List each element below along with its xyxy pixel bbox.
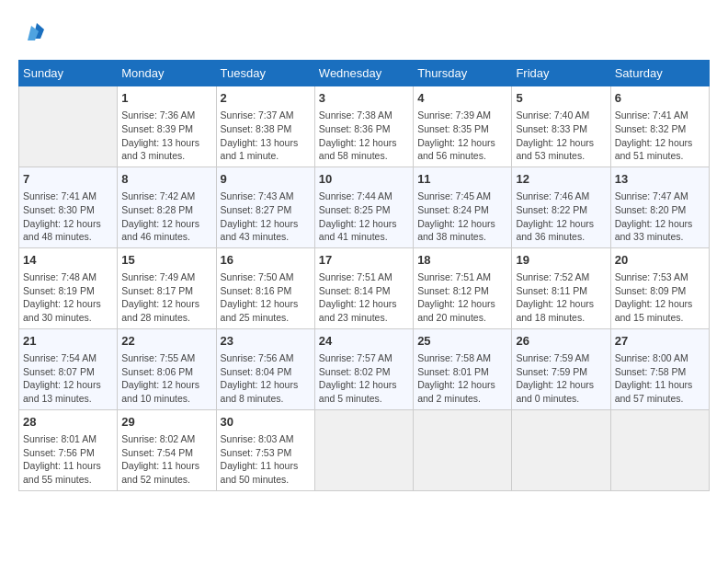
day-detail: Sunrise: 7:42 AMSunset: 8:28 PMDaylight:… xyxy=(121,190,211,244)
calendar-day-cell: 15 Sunrise: 7:49 AMSunset: 8:17 PMDaylig… xyxy=(118,247,216,328)
calendar-week-row: 1 Sunrise: 7:36 AMSunset: 8:39 PMDayligh… xyxy=(19,86,710,167)
calendar-day-cell: 22 Sunrise: 7:55 AMSunset: 8:06 PMDaylig… xyxy=(118,328,216,409)
calendar-day-cell: 7 Sunrise: 7:41 AMSunset: 8:30 PMDayligh… xyxy=(19,167,118,247)
day-number: 1 xyxy=(121,90,211,107)
day-detail: Sunrise: 7:38 AMSunset: 8:36 PMDaylight:… xyxy=(319,109,409,163)
day-number: 2 xyxy=(221,90,311,107)
calendar-day-cell: 21 Sunrise: 7:54 AMSunset: 8:07 PMDaylig… xyxy=(19,328,118,409)
calendar-day-cell: 6 Sunrise: 7:41 AMSunset: 8:32 PMDayligh… xyxy=(610,86,709,167)
weekday-header: Sunday xyxy=(19,61,118,86)
calendar-day-cell xyxy=(314,409,413,490)
day-detail: Sunrise: 7:47 AMSunset: 8:20 PMDaylight:… xyxy=(615,190,705,244)
calendar-week-row: 21 Sunrise: 7:54 AMSunset: 8:07 PMDaylig… xyxy=(19,328,710,409)
logo-icon xyxy=(18,18,46,46)
day-detail: Sunrise: 7:50 AMSunset: 8:16 PMDaylight:… xyxy=(221,270,311,325)
day-detail: Sunrise: 7:46 AMSunset: 8:22 PMDaylight:… xyxy=(516,190,606,244)
day-number: 13 xyxy=(615,171,705,188)
day-detail: Sunrise: 7:37 AMSunset: 8:38 PMDaylight:… xyxy=(221,109,311,163)
day-number: 24 xyxy=(319,333,409,350)
calendar-day-cell: 13 Sunrise: 7:47 AMSunset: 8:20 PMDaylig… xyxy=(610,167,709,247)
calendar-day-cell: 27 Sunrise: 8:00 AMSunset: 7:58 PMDaylig… xyxy=(610,328,709,409)
day-number: 6 xyxy=(615,90,705,107)
day-detail: Sunrise: 8:03 AMSunset: 7:53 PMDaylight:… xyxy=(221,432,311,487)
day-number: 5 xyxy=(516,90,606,107)
day-number: 21 xyxy=(23,333,113,350)
day-detail: Sunrise: 7:41 AMSunset: 8:32 PMDaylight:… xyxy=(615,109,705,163)
calendar-day-cell: 26 Sunrise: 7:59 AMSunset: 7:59 PMDaylig… xyxy=(512,328,610,409)
day-number: 4 xyxy=(417,90,507,107)
day-number: 8 xyxy=(121,171,211,188)
day-detail: Sunrise: 7:53 AMSunset: 8:09 PMDaylight:… xyxy=(615,270,705,325)
day-number: 10 xyxy=(319,171,409,188)
day-number: 11 xyxy=(417,171,507,188)
day-number: 17 xyxy=(319,252,409,269)
day-detail: Sunrise: 7:54 AMSunset: 8:07 PMDaylight:… xyxy=(23,351,113,406)
weekday-header: Tuesday xyxy=(216,61,314,86)
day-detail: Sunrise: 7:58 AMSunset: 8:01 PMDaylight:… xyxy=(417,351,507,406)
calendar-day-cell: 23 Sunrise: 7:56 AMSunset: 8:04 PMDaylig… xyxy=(216,328,314,409)
day-number: 20 xyxy=(615,252,705,269)
calendar-day-cell: 25 Sunrise: 7:58 AMSunset: 8:01 PMDaylig… xyxy=(414,328,512,409)
day-detail: Sunrise: 8:00 AMSunset: 7:58 PMDaylight:… xyxy=(615,351,705,406)
calendar-day-cell: 29 Sunrise: 8:02 AMSunset: 7:54 PMDaylig… xyxy=(118,409,216,490)
calendar-day-cell: 17 Sunrise: 7:51 AMSunset: 8:14 PMDaylig… xyxy=(314,247,413,328)
day-number: 27 xyxy=(615,333,705,350)
day-detail: Sunrise: 7:51 AMSunset: 8:12 PMDaylight:… xyxy=(417,270,507,325)
calendar-day-cell: 11 Sunrise: 7:45 AMSunset: 8:24 PMDaylig… xyxy=(414,167,512,247)
day-detail: Sunrise: 8:02 AMSunset: 7:54 PMDaylight:… xyxy=(121,432,211,487)
day-number: 7 xyxy=(23,171,113,188)
calendar-day-cell: 1 Sunrise: 7:36 AMSunset: 8:39 PMDayligh… xyxy=(118,86,216,167)
calendar-day-cell xyxy=(512,409,610,490)
day-number: 15 xyxy=(121,252,211,269)
calendar-week-row: 28 Sunrise: 8:01 AMSunset: 7:56 PMDaylig… xyxy=(19,409,710,490)
day-number: 22 xyxy=(121,333,211,350)
day-number: 23 xyxy=(221,333,311,350)
weekday-header: Wednesday xyxy=(314,61,413,86)
day-detail: Sunrise: 7:52 AMSunset: 8:11 PMDaylight:… xyxy=(516,270,606,325)
calendar-day-cell: 8 Sunrise: 7:42 AMSunset: 8:28 PMDayligh… xyxy=(118,167,216,247)
day-number: 9 xyxy=(221,171,311,188)
weekday-header: Friday xyxy=(512,61,610,86)
calendar-day-cell: 9 Sunrise: 7:43 AMSunset: 8:27 PMDayligh… xyxy=(216,167,314,247)
page-header xyxy=(18,18,710,46)
calendar-day-cell xyxy=(610,409,709,490)
day-detail: Sunrise: 7:45 AMSunset: 8:24 PMDaylight:… xyxy=(417,190,507,244)
day-detail: Sunrise: 7:57 AMSunset: 8:02 PMDaylight:… xyxy=(319,351,409,406)
day-number: 18 xyxy=(417,252,507,269)
day-number: 30 xyxy=(221,414,311,431)
calendar-day-cell: 19 Sunrise: 7:52 AMSunset: 8:11 PMDaylig… xyxy=(512,247,610,328)
day-detail: Sunrise: 7:39 AMSunset: 8:35 PMDaylight:… xyxy=(417,109,507,163)
day-detail: Sunrise: 7:44 AMSunset: 8:25 PMDaylight:… xyxy=(319,190,409,244)
weekday-header: Thursday xyxy=(414,61,512,86)
calendar-week-row: 7 Sunrise: 7:41 AMSunset: 8:30 PMDayligh… xyxy=(19,167,710,247)
day-detail: Sunrise: 7:43 AMSunset: 8:27 PMDaylight:… xyxy=(221,190,311,244)
logo xyxy=(18,18,50,46)
day-detail: Sunrise: 7:56 AMSunset: 8:04 PMDaylight:… xyxy=(221,351,311,406)
day-detail: Sunrise: 7:49 AMSunset: 8:17 PMDaylight:… xyxy=(121,270,211,325)
calendar-day-cell: 12 Sunrise: 7:46 AMSunset: 8:22 PMDaylig… xyxy=(512,167,610,247)
day-detail: Sunrise: 7:40 AMSunset: 8:33 PMDaylight:… xyxy=(516,109,606,163)
day-number: 26 xyxy=(516,333,606,350)
calendar-day-cell: 2 Sunrise: 7:37 AMSunset: 8:38 PMDayligh… xyxy=(216,86,314,167)
day-number: 19 xyxy=(516,252,606,269)
calendar-day-cell: 4 Sunrise: 7:39 AMSunset: 8:35 PMDayligh… xyxy=(414,86,512,167)
calendar-day-cell: 14 Sunrise: 7:48 AMSunset: 8:19 PMDaylig… xyxy=(19,247,118,328)
day-detail: Sunrise: 7:59 AMSunset: 7:59 PMDaylight:… xyxy=(516,351,606,406)
calendar-day-cell: 20 Sunrise: 7:53 AMSunset: 8:09 PMDaylig… xyxy=(610,247,709,328)
calendar-day-cell xyxy=(414,409,512,490)
weekday-header: Monday xyxy=(118,61,216,86)
calendar-day-cell: 3 Sunrise: 7:38 AMSunset: 8:36 PMDayligh… xyxy=(314,86,413,167)
day-number: 14 xyxy=(23,252,113,269)
day-detail: Sunrise: 7:36 AMSunset: 8:39 PMDaylight:… xyxy=(121,109,211,163)
calendar-week-row: 14 Sunrise: 7:48 AMSunset: 8:19 PMDaylig… xyxy=(19,247,710,328)
calendar-day-cell xyxy=(19,86,118,167)
day-number: 28 xyxy=(23,414,113,431)
day-number: 16 xyxy=(221,252,311,269)
day-detail: Sunrise: 7:55 AMSunset: 8:06 PMDaylight:… xyxy=(121,351,211,406)
day-number: 29 xyxy=(121,414,211,431)
calendar-day-cell: 5 Sunrise: 7:40 AMSunset: 8:33 PMDayligh… xyxy=(512,86,610,167)
calendar-day-cell: 30 Sunrise: 8:03 AMSunset: 7:53 PMDaylig… xyxy=(216,409,314,490)
calendar-day-cell: 28 Sunrise: 8:01 AMSunset: 7:56 PMDaylig… xyxy=(19,409,118,490)
calendar-day-cell: 16 Sunrise: 7:50 AMSunset: 8:16 PMDaylig… xyxy=(216,247,314,328)
day-number: 25 xyxy=(417,333,507,350)
